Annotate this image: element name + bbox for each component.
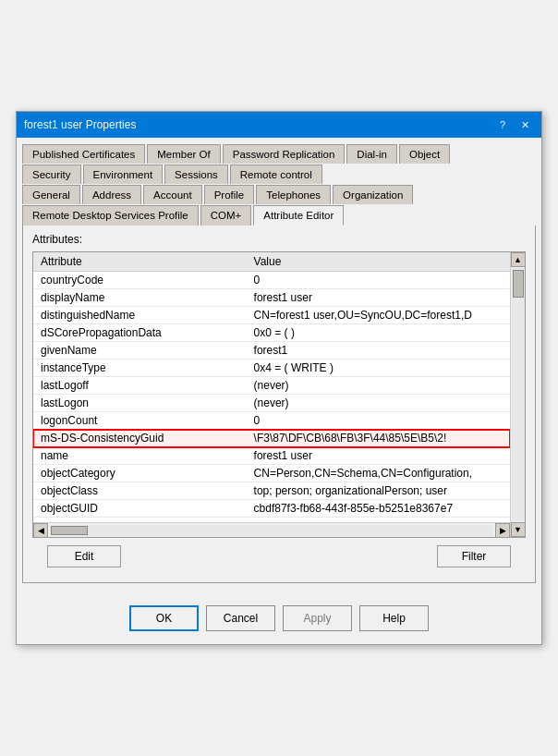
scroll-thumb[interactable] <box>513 270 524 298</box>
attr-cell: countryCode <box>33 272 247 289</box>
help-button[interactable]: ? <box>493 117 512 132</box>
table-scroll-area: Attribute Value countryCode0displayNamef… <box>33 252 510 522</box>
edit-button[interactable]: Edit <box>47 545 121 567</box>
tabs-container-row1: Published Certificates Member Of Passwor… <box>17 138 541 163</box>
tab-dial-in[interactable]: Dial-in <box>346 144 397 164</box>
h-scroll-thumb[interactable] <box>51 526 88 535</box>
attr-cell: logonCount <box>33 412 247 430</box>
cancel-button[interactable]: Cancel <box>206 605 275 631</box>
scroll-down-arrow[interactable]: ▼ <box>511 522 526 537</box>
value-cell: (never) <box>247 395 510 412</box>
attr-cell: name <box>33 447 247 465</box>
table-row[interactable]: countryCode0 <box>33 272 510 289</box>
tab-attribute-editor[interactable]: Attribute Editor <box>253 205 344 226</box>
tab-row-4: Remote Desktop Services Profile COM+ Att… <box>22 204 536 225</box>
scroll-track[interactable] <box>512 268 525 521</box>
tab-row-1: Published Certificates Member Of Passwor… <box>22 143 536 163</box>
edit-filter-row: Edit Filter <box>38 538 520 575</box>
tab-remote-control[interactable]: Remote control <box>230 165 322 184</box>
tabs-container-row2: Security Environment Sessions Remote con… <box>17 164 541 183</box>
value-cell: 0 <box>247 272 510 289</box>
attr-cell: objectCategory <box>33 465 247 482</box>
attr-cell: distinguishedName <box>33 307 247 324</box>
tab-remote-desktop[interactable]: Remote Desktop Services Profile <box>22 205 199 226</box>
attr-cell: lastLogoff <box>33 377 247 395</box>
scroll-left-arrow[interactable]: ◀ <box>33 523 48 538</box>
spacer <box>17 583 541 596</box>
col-header-value: Value <box>247 252 510 272</box>
value-cell: 0x0 = ( ) <box>247 324 510 342</box>
tab-organization[interactable]: Organization <box>333 185 413 204</box>
table-row[interactable]: distinguishedNameCN=forest1 user,OU=Sync… <box>33 307 510 324</box>
attr-cell: objectClass <box>33 482 247 500</box>
value-cell: top; person; organizationalPerson; user <box>247 482 510 500</box>
value-cell: (never) <box>247 377 510 395</box>
table-row[interactable]: logonCount0 <box>33 412 510 430</box>
table-row[interactable]: objectGUIDcbdf87f3-fb68-443f-855e-b5251e… <box>33 500 510 518</box>
title-bar: forest1 user Properties ? ✕ <box>17 112 541 138</box>
scroll-up-arrow[interactable]: ▲ <box>511 252 526 267</box>
table-row[interactable]: instanceType0x4 = ( WRITE ) <box>33 360 510 377</box>
value-cell: forest1 <box>247 342 510 360</box>
attribute-table: Attribute Value countryCode0displayNamef… <box>33 252 510 518</box>
value-cell: CN=forest1 user,OU=SyncOU,DC=forest1,D <box>247 307 510 324</box>
attribute-table-container: Attribute Value countryCode0displayNamef… <box>32 251 526 538</box>
table-row[interactable]: dSCorePropagationData0x0 = ( ) <box>33 324 510 342</box>
tab-member-of[interactable]: Member Of <box>147 144 221 164</box>
title-controls: ? ✕ <box>493 117 534 132</box>
value-cell: forest1 user <box>247 289 510 307</box>
vertical-scrollbar[interactable]: ▲ ▼ <box>510 252 525 537</box>
value-cell: CN=Person,CN=Schema,CN=Configuration, <box>247 465 510 482</box>
table-row[interactable]: givenNameforest1 <box>33 342 510 360</box>
value-cell: \F3\87\DF\CB\68\FB\3F\44\85\5E\B5\2! <box>247 430 510 447</box>
tabs-container-row3: General Address Account Profile Telephon… <box>17 184 541 203</box>
value-cell: 0 <box>247 412 510 430</box>
value-cell: cbdf87f3-fb68-443f-855e-b5251e8367e7 <box>247 500 510 518</box>
bottom-buttons: OK Cancel Apply Help <box>17 596 541 644</box>
h-scroll-track[interactable] <box>50 525 493 536</box>
tabs-container-row4: Remote Desktop Services Profile COM+ Att… <box>17 204 541 225</box>
attr-cell: objectGUID <box>33 500 247 518</box>
attr-cell: instanceType <box>33 360 247 377</box>
tab-published-certificates[interactable]: Published Certificates <box>22 144 145 164</box>
tab-address[interactable]: Address <box>82 185 141 204</box>
attr-cell: dSCorePropagationData <box>33 324 247 342</box>
close-button[interactable]: ✕ <box>516 117 534 132</box>
ok-button[interactable]: OK <box>129 605 199 631</box>
attr-cell: lastLogon <box>33 395 247 412</box>
attr-cell: givenName <box>33 342 247 360</box>
table-row[interactable]: lastLogon(never) <box>33 395 510 412</box>
tab-security[interactable]: Security <box>22 165 81 184</box>
content-area: Attributes: Attribute Value countryCode0… <box>22 226 536 583</box>
tab-general[interactable]: General <box>22 185 80 204</box>
tab-password-replication[interactable]: Password Replication <box>223 144 346 164</box>
table-row[interactable]: mS-DS-ConsistencyGuid\F3\87\DF\CB\68\FB\… <box>33 430 510 447</box>
tab-profile[interactable]: Profile <box>204 185 255 204</box>
attr-cell: displayName <box>33 289 247 307</box>
table-row[interactable]: displayNameforest1 user <box>33 289 510 307</box>
attributes-label: Attributes: <box>32 233 526 246</box>
value-cell: forest1 user <box>247 447 510 465</box>
value-cell: 0x4 = ( WRITE ) <box>247 360 510 377</box>
tab-sessions[interactable]: Sessions <box>164 165 228 184</box>
tab-object[interactable]: Object <box>399 144 450 164</box>
table-row[interactable]: nameforest1 user <box>33 447 510 465</box>
tab-account[interactable]: Account <box>143 185 202 204</box>
table-row[interactable]: lastLogoff(never) <box>33 377 510 395</box>
tab-com-plus[interactable]: COM+ <box>200 205 252 226</box>
col-header-attribute: Attribute <box>33 252 247 272</box>
filter-button[interactable]: Filter <box>437 545 511 567</box>
attr-cell: mS-DS-ConsistencyGuid <box>33 430 247 447</box>
help-bottom-button[interactable]: Help <box>359 605 429 631</box>
tab-environment[interactable]: Environment <box>83 165 164 184</box>
scroll-right-arrow[interactable]: ▶ <box>495 523 510 538</box>
tab-row-3: General Address Account Profile Telephon… <box>22 184 536 203</box>
table-row[interactable]: objectClasstop; person; organizationalPe… <box>33 482 510 500</box>
table-row[interactable]: objectCategoryCN=Person,CN=Schema,CN=Con… <box>33 465 510 482</box>
tab-telephones[interactable]: Telephones <box>256 185 331 204</box>
main-window: forest1 user Properties ? ✕ Published Ce… <box>16 111 542 645</box>
apply-button[interactable]: Apply <box>283 605 352 631</box>
window-title: forest1 user Properties <box>24 118 136 131</box>
tab-row-2: Security Environment Sessions Remote con… <box>22 164 536 183</box>
horizontal-scrollbar[interactable]: ◀ ▶ <box>33 522 510 537</box>
